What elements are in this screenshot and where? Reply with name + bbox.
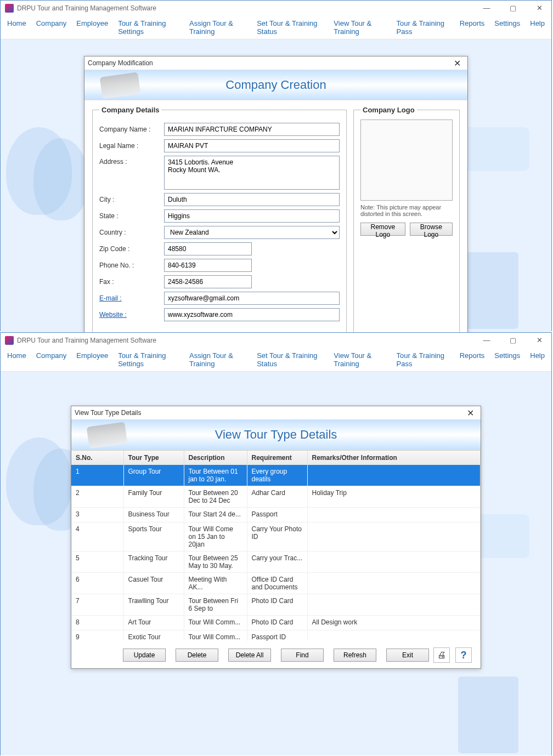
menu-item-tour-training-settings[interactable]: Tour & Training Settings xyxy=(118,351,179,368)
maximize-button[interactable]: ▢ xyxy=(503,2,523,14)
menu-item-assign-tour-training[interactable]: Assign Tour & Training xyxy=(189,351,247,368)
browse-logo-button[interactable]: Browse Logo xyxy=(410,223,453,236)
company-details-group: Company Details Company Name : Legal Nam… xyxy=(92,106,347,333)
banner-title: View Tour Type Details xyxy=(215,428,337,442)
menu-item-home[interactable]: Home xyxy=(7,351,26,368)
email-field[interactable] xyxy=(164,292,340,305)
menu-item-reports[interactable]: Reports xyxy=(460,351,485,368)
dialog-title: Company Modification xyxy=(88,59,153,67)
menu-item-help[interactable]: Help xyxy=(530,19,545,36)
menu-item-home[interactable]: Home xyxy=(7,19,26,36)
column-header[interactable]: Remarks/Other Information xyxy=(307,451,481,465)
legal-name-field[interactable] xyxy=(164,139,340,152)
main-window-1: DRPU Tour and Training Management Softwa… xyxy=(0,0,552,331)
menu-item-employee[interactable]: Employee xyxy=(76,19,108,36)
column-header[interactable]: S.No. xyxy=(71,451,123,465)
close-button[interactable]: ✕ xyxy=(529,334,549,346)
menu-item-set-tour-training-status[interactable]: Set Tour & Training Status xyxy=(257,351,324,368)
table-row[interactable]: 3Business TourTour Start 24 de...Passpor… xyxy=(71,508,481,522)
menu-item-company[interactable]: Company xyxy=(36,19,67,36)
dialog-banner: View Tour Type Details xyxy=(71,419,481,450)
minimize-button[interactable]: — xyxy=(477,334,496,346)
column-header[interactable]: Description xyxy=(184,451,247,465)
city-field[interactable] xyxy=(164,193,340,206)
tour-type-table[interactable]: S.No.Tour TypeDescriptionRequirementRema… xyxy=(71,451,481,641)
main-window-2: DRPU Tour and Training Management Softwa… xyxy=(0,332,552,755)
remove-logo-button[interactable]: Remove Logo xyxy=(360,223,405,236)
company-details-legend: Company Details xyxy=(99,106,161,114)
label-company-name: Company Name : xyxy=(99,126,164,133)
delete-button[interactable]: Delete xyxy=(176,649,218,662)
dialog-close-icon[interactable]: ✕ xyxy=(450,58,464,69)
table-row[interactable]: 6Casuel TourMeeting With AK...Office ID … xyxy=(71,573,481,594)
company-logo-legend: Company Logo xyxy=(360,106,417,114)
table-row[interactable]: 5Tracking TourTour Between 25 May to 30 … xyxy=(71,552,481,573)
label-state: State : xyxy=(99,212,164,220)
workarea: Company Modification ✕ Company Creation … xyxy=(1,39,551,340)
find-button[interactable]: Find xyxy=(281,649,324,662)
menu-item-settings[interactable]: Settings xyxy=(494,19,520,36)
column-header[interactable]: Requirement xyxy=(247,451,307,465)
label-country: Country : xyxy=(99,229,164,236)
menu-item-settings[interactable]: Settings xyxy=(494,351,520,368)
label-website[interactable]: Website : xyxy=(99,311,164,319)
exit-button[interactable]: Exit xyxy=(386,649,429,662)
label-city: City : xyxy=(99,196,164,203)
menu-item-employee[interactable]: Employee xyxy=(76,351,108,368)
label-email[interactable]: E-mail : xyxy=(99,294,164,302)
fax-field[interactable] xyxy=(164,275,252,288)
menu-item-tour-training-pass[interactable]: Tour & Training Pass xyxy=(397,19,450,36)
app-title: DRPU Tour and Training Management Softwa… xyxy=(17,337,156,344)
app-icon xyxy=(5,4,14,13)
menu-item-assign-tour-training[interactable]: Assign Tour & Training xyxy=(189,19,247,36)
label-legal-name: Legal Name : xyxy=(99,142,164,150)
titlebar: DRPU Tour and Training Management Softwa… xyxy=(1,333,551,348)
refresh-button[interactable]: Refresh xyxy=(334,649,376,662)
address-field[interactable] xyxy=(164,156,340,190)
logo-note: Note: This picture may appear distorted … xyxy=(360,204,453,217)
table-row[interactable]: 4Sports TourTour Will Come on 15 Jan to … xyxy=(71,522,481,552)
maximize-button[interactable]: ▢ xyxy=(503,334,523,346)
state-field[interactable] xyxy=(164,209,340,223)
menu-item-tour-training-settings[interactable]: Tour & Training Settings xyxy=(118,19,179,36)
label-address: Address : xyxy=(99,156,164,166)
menubar: HomeCompanyEmployeeTour & Training Setti… xyxy=(1,16,551,39)
app-title: DRPU Tour and Training Management Softwa… xyxy=(17,4,156,12)
app-icon xyxy=(5,336,14,345)
table-row[interactable]: 9Exotic TourTour Will Comm...Passport ID xyxy=(71,630,481,641)
titlebar: DRPU Tour and Training Management Softwa… xyxy=(1,1,551,16)
menu-item-reports[interactable]: Reports xyxy=(460,19,485,36)
zip-field[interactable] xyxy=(164,242,252,255)
banner-art-icon xyxy=(87,422,128,448)
view-tour-type-dialog: View Tour Type Details ✕ View Tour Type … xyxy=(71,406,481,669)
country-select[interactable]: New Zealand xyxy=(164,226,340,239)
tour-type-table-wrap: S.No.Tour TypeDescriptionRequirementRema… xyxy=(71,450,481,641)
logo-preview xyxy=(360,120,453,201)
menu-item-company[interactable]: Company xyxy=(36,351,67,368)
column-header[interactable]: Tour Type xyxy=(123,451,184,465)
company-modification-dialog: Company Modification ✕ Company Creation … xyxy=(84,56,468,340)
menu-item-set-tour-training-status[interactable]: Set Tour & Training Status xyxy=(257,19,324,36)
print-icon[interactable]: 🖨 xyxy=(433,647,450,663)
company-logo-group: Company Logo Note: This picture may appe… xyxy=(353,106,460,333)
phone-field[interactable] xyxy=(164,259,252,272)
close-button[interactable]: ✕ xyxy=(529,2,549,14)
table-row[interactable]: 7Trawlling TourTour Between Fri 6 Sep to… xyxy=(71,594,481,616)
menu-item-tour-training-pass[interactable]: Tour & Training Pass xyxy=(397,351,450,368)
table-row[interactable]: 1Group TourTour Between 01 jan to 20 jan… xyxy=(71,465,481,486)
update-button[interactable]: Update xyxy=(123,649,166,662)
label-zip: Zip Code : xyxy=(99,245,164,253)
dialog-title: View Tour Type Details xyxy=(75,409,141,417)
website-field[interactable] xyxy=(164,308,340,321)
menubar: HomeCompanyEmployeeTour & Training Setti… xyxy=(1,348,551,372)
company-name-field[interactable] xyxy=(164,123,340,136)
table-row[interactable]: 8Art TourTour Will Comm...Photo ID CardA… xyxy=(71,616,481,630)
menu-item-help[interactable]: Help xyxy=(530,351,545,368)
menu-item-view-tour-training[interactable]: View Tour & Training xyxy=(334,351,386,368)
table-row[interactable]: 2Family TourTour Between 20 Dec to 24 De… xyxy=(71,486,481,508)
dialog-close-icon[interactable]: ✕ xyxy=(464,408,477,418)
delete-all-button[interactable]: Delete All xyxy=(228,649,271,662)
minimize-button[interactable]: — xyxy=(477,2,496,14)
help-icon[interactable]: ? xyxy=(455,647,472,663)
menu-item-view-tour-training[interactable]: View Tour & Training xyxy=(334,19,386,36)
